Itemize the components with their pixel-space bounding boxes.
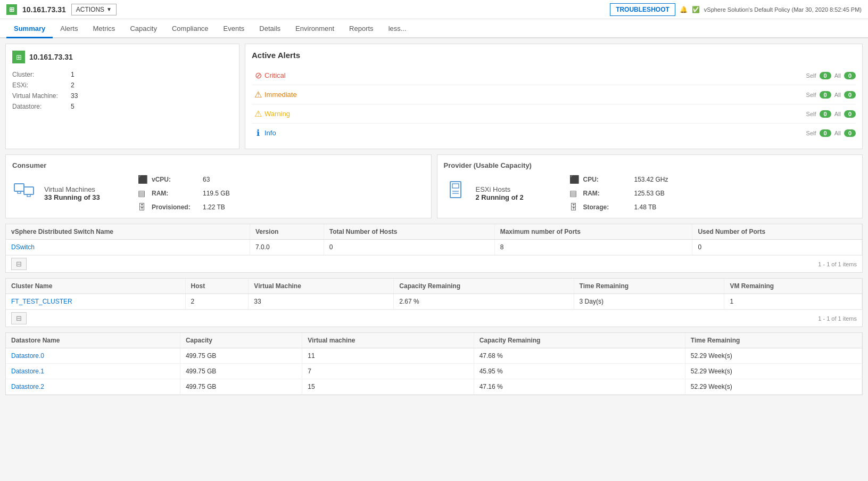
critical-all-badge: 0 [844, 72, 856, 79]
consumer-panel: Consumer Virtual Machines 33 Running of … [5, 154, 432, 218]
info-host-name: 10.161.73.31 [29, 53, 73, 61]
tab-alerts[interactable]: Alerts [53, 19, 85, 38]
tab-capacity[interactable]: Capacity [122, 19, 164, 38]
consumer-inner: Virtual Machines 33 Running of 33 ⬛ vCPU… [12, 175, 425, 211]
switch-table-header: vSphere Distributed Switch Name Version … [6, 224, 862, 240]
datastore-label: Datastore: [12, 103, 71, 110]
provider-type: ESXi Hosts [476, 185, 545, 193]
info-counts: Self 0 All 0 [806, 129, 856, 137]
col-time-rem: Time Remaining [574, 279, 724, 294]
critical-icon: ⊘ [252, 70, 264, 80]
storage-icon-p: 🗄 [569, 202, 580, 211]
svg-rect-3 [27, 194, 30, 197]
cluster-host-0: 2 [185, 294, 249, 309]
top-bar: ⊞ 10.161.73.31 ACTIONS ▼ TROUBLESHOOT 🔔 … [0, 0, 868, 19]
info-link[interactable]: Info [264, 129, 806, 137]
ds-cap-0: 499.75 GB [180, 348, 302, 364]
cluster-col-icon: ⊟ [16, 314, 22, 322]
tab-summary[interactable]: Summary [6, 19, 53, 38]
ram-value-p: 125.53 GB [634, 190, 665, 197]
provider-title: Provider (Usable Capacity) [444, 161, 856, 169]
all-label-c: All [834, 72, 841, 79]
ds-caprem-1: 45.95 % [474, 364, 685, 379]
ram-metric-c: ▤ RAM: 119.5 GB [138, 189, 230, 198]
tab-metrics[interactable]: Metrics [85, 19, 122, 38]
col-ds-cap-rem: Capacity Remaining [474, 333, 685, 348]
warning-icon: ⚠ [252, 109, 264, 119]
warning-link[interactable]: Warning [264, 110, 806, 118]
switch-name-0: DSwitch [6, 240, 250, 255]
critical-link[interactable]: Critical [264, 71, 806, 79]
provider-panel: Provider (Usable Capacity) ESXi Hosts 2 … [437, 154, 863, 218]
tab-less[interactable]: less... [381, 19, 414, 38]
col-ds-cap: Capacity [180, 333, 302, 348]
col-ds-time-rem: Time Remaining [685, 333, 862, 348]
warning-self-badge: 0 [820, 110, 831, 118]
switch-table-section: vSphere Distributed Switch Name Version … [5, 224, 863, 273]
tab-environment[interactable]: Environment [288, 19, 342, 38]
nav-tabs: Summary Alerts Metrics Capacity Complian… [0, 19, 868, 38]
immediate-icon: ⚠ [252, 89, 264, 100]
policy-label: vSphere Solution's Default Policy (Mar 3… [704, 6, 862, 13]
ds-vm-1: 7 [302, 364, 474, 379]
storage-label-p: Storage: [583, 203, 631, 211]
datastore-value: 5 [71, 103, 75, 110]
warning-counts: Self 0 All 0 [806, 110, 856, 118]
immediate-link[interactable]: Immediate [264, 91, 806, 99]
tab-reports[interactable]: Reports [342, 19, 381, 38]
ds-link-1[interactable]: Datastore.1 [11, 368, 44, 375]
info-row-datastore: Datastore: 5 [12, 103, 233, 110]
ds-timerem-2: 52.29 Week(s) [685, 379, 862, 395]
switch-link-0[interactable]: DSwitch [11, 243, 35, 251]
col-resize-icon: ⊟ [16, 260, 22, 268]
tab-events[interactable]: Events [216, 19, 252, 38]
cluster-resize-handle[interactable]: ⊟ [11, 312, 27, 324]
info-row-vm: Virtual Machine: 33 [12, 92, 233, 100]
switch-version-0: 7.0.0 [250, 240, 324, 255]
alert-row-warning: ⚠ Warning Self 0 All 0 [252, 104, 856, 124]
storage-metric-p: 🗄 Storage: 1.48 TB [569, 202, 668, 211]
check-icon: ✅ [692, 6, 700, 13]
troubleshoot-button[interactable]: TROUBLESHOOT [610, 3, 675, 16]
datastore-table: Datastore Name Capacity Virtual machine … [6, 333, 862, 395]
col-version: Version [250, 224, 324, 240]
info-panel: ⊞ 10.161.73.31 Cluster: 1 ESXi: 2 Virtua… [5, 44, 239, 149]
info-icon: ℹ [252, 128, 264, 138]
ds-link-0[interactable]: Datastore.0 [11, 352, 44, 360]
ram-label-c: RAM: [152, 190, 200, 197]
all-label-w: All [834, 111, 841, 117]
ram-label-p: RAM: [583, 190, 631, 197]
ram-value-c: 119.5 GB [203, 190, 230, 197]
ds-link-2[interactable]: Datastore.2 [11, 383, 44, 390]
immediate-self-badge: 0 [820, 91, 831, 99]
self-label-w: Self [806, 111, 816, 117]
tab-compliance[interactable]: Compliance [164, 19, 216, 38]
cluster-link-0[interactable]: FT_TEST_CLUSTER [11, 298, 72, 305]
consumer-type: Virtual Machines [44, 185, 113, 193]
cluster-time-0: 3 Day(s) [574, 294, 724, 309]
bell-icon: 🔔 [680, 6, 688, 13]
tab-details[interactable]: Details [252, 19, 288, 38]
switch-resize-handle[interactable]: ⊟ [11, 258, 27, 270]
provider-inner: ESXi Hosts 2 Running of 2 ⬛ CPU: 153.42 … [444, 175, 856, 211]
vcpu-label: vCPU: [152, 176, 200, 183]
all-label-inf: All [834, 130, 841, 136]
ram-metric-p: ▤ RAM: 125.53 GB [569, 189, 668, 198]
cluster-row-0: FT_TEST_CLUSTER 2 33 2.67 % 3 Day(s) 1 [6, 294, 862, 309]
ds-caprem-2: 47.16 % [474, 379, 685, 395]
info-row-cluster: Cluster: 1 [12, 71, 233, 78]
ds-row-1: Datastore.1 499.75 GB 7 45.95 % 52.29 We… [6, 364, 862, 379]
host-logo-icon: ⊞ [12, 51, 25, 63]
esxi-value: 2 [71, 81, 75, 89]
cluster-table-count: 1 - 1 of 1 items [818, 315, 857, 322]
ds-name-2: Datastore.2 [6, 379, 180, 395]
actions-button[interactable]: ACTIONS ▼ [71, 4, 117, 15]
self-label-inf: Self [806, 130, 816, 136]
ds-name-1: Datastore.1 [6, 364, 180, 379]
info-all-badge: 0 [844, 129, 856, 137]
cpu-metric-p: ⬛ CPU: 153.42 GHz [569, 175, 668, 184]
datastore-table-header: Datastore Name Capacity Virtual machine … [6, 333, 862, 348]
cpu-icon: ⬛ [138, 175, 148, 184]
critical-self-badge: 0 [820, 72, 831, 79]
warning-all-badge: 0 [844, 110, 856, 118]
